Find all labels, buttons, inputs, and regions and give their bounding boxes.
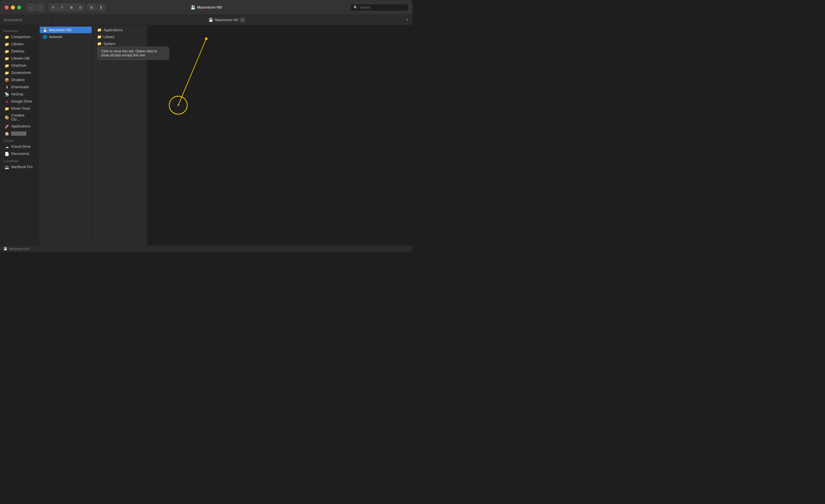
sidebar-item-label: Movie Tools: [11, 106, 30, 110]
tab-label: Macintosh HD: [215, 18, 238, 22]
folder-icon: 📁: [5, 42, 9, 47]
sidebar-item-label: Downloads: [11, 85, 29, 89]
bottombar-icon: 💾: [3, 247, 7, 251]
icon-view-button[interactable]: ⊞: [49, 4, 57, 11]
airdrop-icon: 📡: [5, 92, 9, 96]
sidebar-item-label: Applications: [11, 124, 30, 128]
tab-icon: 💾: [209, 18, 213, 22]
sidebar-item-macbook-pro[interactable]: 💻 MacBook Pro: [1, 164, 37, 170]
sidebar-item-label: MacBook Pro: [11, 165, 33, 169]
tab-section-label: Screenshots: [0, 15, 52, 25]
documents-icon: 📄: [5, 152, 9, 156]
sidebar-item-creative-cloud[interactable]: 🎨 Creative Clo…: [1, 112, 37, 122]
sidebar-item-lifewire-db[interactable]: 📁 Lifewire DB: [1, 55, 37, 62]
folder-icon: 📁: [97, 41, 102, 46]
action-gear-button[interactable]: ⚙: [87, 4, 96, 11]
sidebar-item-label: Desktop: [11, 49, 24, 53]
search-input[interactable]: [360, 5, 405, 9]
file-item-applications[interactable]: 📁 Applications ›: [94, 27, 146, 33]
bottombar: 💾 Macintosh HD: [0, 245, 412, 252]
column-pane-1: 💾 Macintosh HD › 🌐 Network: [39, 25, 93, 245]
minimize-button[interactable]: [11, 5, 15, 9]
chevron-right-icon: ›: [88, 28, 89, 31]
sidebar-item-downloads[interactable]: ⬇ Downloads: [1, 84, 37, 90]
icloud-icon: ☁: [5, 144, 9, 149]
search-icon: 🔍: [354, 5, 358, 9]
file-item-label: System: [103, 42, 116, 46]
file-item-network[interactable]: 🌐 Network: [40, 33, 92, 40]
share-button[interactable]: ⬆: [97, 4, 105, 11]
sidebar-item-label: iCloud Drive: [11, 145, 31, 149]
view-controls: ⊞ ☰ ▦ ▤: [49, 4, 85, 11]
sidebar-item-screenshots[interactable]: 📁 Screenshots: [1, 69, 37, 76]
sidebar-item-home[interactable]: 🏠 ██████: [1, 130, 37, 137]
sidebar-item-desktop[interactable]: 📁 Desktop: [1, 48, 37, 55]
sidebar-item-google-drive[interactable]: 🔺 Google Drive: [1, 98, 37, 105]
folder-icon: 📁: [5, 70, 9, 75]
file-item-label: Macintosh HD: [49, 28, 72, 32]
sidebar: Favorites 📁 Comparison… 📁 Lifewire 📁 Des…: [0, 25, 39, 245]
search-bar[interactable]: 🔍: [351, 4, 408, 11]
folder-icon: 📁: [5, 49, 9, 54]
folder-icon: 📁: [97, 35, 102, 39]
sidebar-item-applications[interactable]: 🚀 Applications: [1, 123, 37, 130]
sidebar-section-favorites: Favorites 📁 Comparison… 📁 Lifewire 📁 Des…: [0, 27, 39, 137]
tab-section-text: Screenshots: [3, 18, 23, 22]
downloads-icon: ⬇: [5, 85, 9, 89]
sidebar-label-icloud: iCloud: [0, 137, 39, 143]
sidebar-item-label: ██████: [11, 132, 26, 136]
tab-close-button[interactable]: ×: [240, 17, 245, 23]
back-button[interactable]: ‹: [27, 4, 35, 11]
forward-button[interactable]: ›: [36, 4, 44, 11]
sidebar-item-label: Creative Clo…: [11, 113, 34, 121]
sidebar-item-label: Screenshots: [11, 71, 31, 75]
close-button[interactable]: [5, 5, 9, 9]
chevron-right-icon: ›: [142, 42, 143, 45]
window-title-text: Macintosh HD: [197, 5, 222, 9]
applications-icon: 🚀: [5, 124, 9, 129]
file-item-label: Library: [103, 35, 114, 39]
file-item-label: Applications: [103, 28, 123, 32]
home-icon: 🏠: [5, 131, 9, 136]
sidebar-item-label: Google Drive: [11, 99, 32, 103]
sidebar-item-label: Lifewire DB: [11, 57, 29, 61]
sidebar-item-onedrive[interactable]: 📁 OneDrive: [1, 62, 37, 69]
google-drive-icon: 🔺: [5, 99, 9, 104]
sidebar-item-movie-tools[interactable]: 📁 Movie Tools: [1, 105, 37, 112]
list-view-button[interactable]: ☰: [58, 4, 66, 11]
file-item-library[interactable]: 📁 Library ›: [94, 33, 146, 40]
tooltip-text: Click to close this tab; Option-click to…: [101, 49, 157, 57]
maximize-button[interactable]: [17, 5, 21, 9]
file-item-label: Network: [49, 35, 62, 39]
window-title-icon: 💾: [191, 5, 195, 10]
action-buttons: ⚙ ⬆: [87, 4, 105, 11]
sidebar-item-airdrop[interactable]: 📡 AirDrop: [1, 91, 37, 98]
nav-buttons: ‹ ›: [27, 4, 44, 11]
sidebar-item-dropbox[interactable]: 📦 Dropbox: [1, 76, 37, 83]
sidebar-item-label: AirDrop: [11, 92, 23, 96]
add-tab-button[interactable]: +: [403, 16, 411, 24]
folder-icon: 📁: [5, 106, 9, 111]
folder-icon: 📁: [5, 35, 9, 39]
sidebar-item-label: Comparison…: [11, 35, 34, 39]
file-item-macintosh-hd[interactable]: 💾 Macintosh HD ›: [40, 27, 92, 33]
creative-cloud-icon: 🎨: [5, 115, 9, 120]
sidebar-item-comparison[interactable]: 📁 Comparison…: [1, 33, 37, 40]
sidebar-section-icloud: iCloud ☁ iCloud Drive 📄 Documents: [0, 137, 39, 157]
sidebar-item-label: OneDrive: [11, 64, 26, 68]
column-view-button[interactable]: ▦: [67, 4, 76, 11]
tooltip-box: Click to close this tab; Option-click to…: [97, 47, 169, 60]
gallery-view-button[interactable]: ▤: [76, 4, 85, 11]
file-browser: 💾 Macintosh HD › 🌐 Network 📁 Application…: [39, 25, 412, 245]
sidebar-item-label: Documents: [11, 152, 29, 156]
drive-icon: 💾: [43, 28, 47, 32]
file-item-system[interactable]: 📁 System ›: [94, 40, 146, 47]
sidebar-item-icloud-drive[interactable]: ☁ iCloud Drive: [1, 143, 37, 150]
sidebar-item-documents[interactable]: 📄 Documents: [1, 150, 37, 157]
tab-macintosh-hd[interactable]: 💾 Macintosh HD ×: [52, 15, 402, 25]
macbook-icon: 💻: [5, 165, 9, 169]
titlebar: ‹ › ⊞ ☰ ▦ ▤ ⚙ ⬆ 💾 Macintosh HD 🔍: [0, 0, 412, 15]
sidebar-item-lifewire[interactable]: 📁 Lifewire: [1, 41, 37, 48]
sidebar-item-label: Dropbox: [11, 78, 25, 82]
tabbar: Screenshots 💾 Macintosh HD × +: [0, 15, 412, 25]
